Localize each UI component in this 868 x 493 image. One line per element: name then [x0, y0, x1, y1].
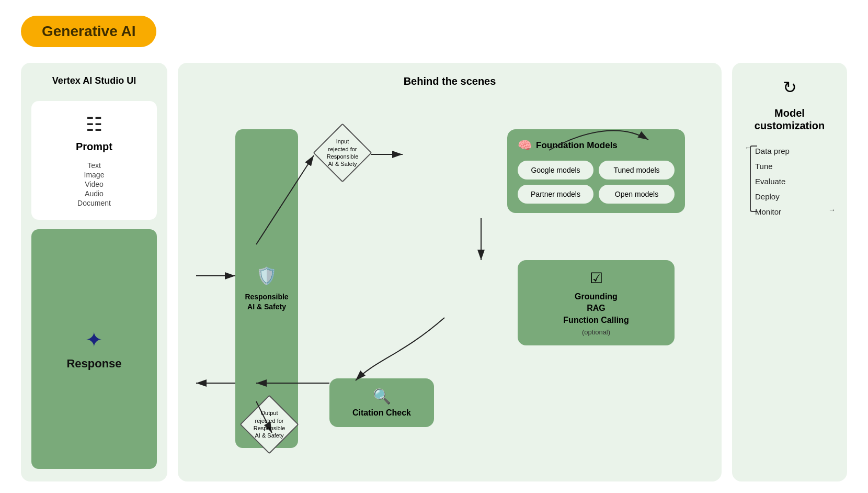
vertex-panel: Vertex AI Studio UI ☷ Prompt Text Image … [21, 63, 167, 481]
brain-icon: 🧠 [518, 139, 532, 152]
title-text: Generative AI [42, 23, 135, 39]
step-monitor: Monitor [755, 207, 835, 216]
citation-box: 🔍 Citation Check [329, 378, 434, 427]
response-star-icon: ✦ [85, 328, 103, 352]
grounding-box: ☑ GroundingRAGFunction Calling (optional… [518, 260, 675, 345]
responsible-ai-label: ResponsibleAI & Safety [245, 292, 288, 311]
foundation-title-text: Foundation Models [536, 140, 618, 151]
customization-steps-wrapper: ← Data prep Tune Evaluate Deploy Monitor… [745, 141, 835, 216]
behind-panel-title: Behind the scenes [193, 75, 706, 87]
foundation-box: 🧠 Foundation Models Google models Tuned … [507, 129, 685, 213]
prompt-item-document: Document [77, 199, 111, 207]
vertex-panel-title: Vertex AI Studio UI [31, 75, 157, 86]
title-badge: Generative AI [21, 16, 156, 47]
model-chip-open: Open models [599, 185, 675, 204]
grounding-title: GroundingRAGFunction Calling [528, 291, 664, 326]
customization-panel: ↻ Model customization ← Data prep Tune E… [732, 63, 847, 481]
input-diamond-container: Inputrejected forResponsibleAI & Safety [314, 124, 371, 182]
prompt-icon: ☷ [86, 114, 102, 136]
grounding-icon: ☑ [528, 270, 664, 287]
customization-title: Model customization [745, 107, 835, 132]
step-evaluate: Evaluate [755, 177, 835, 186]
response-label: Response [66, 357, 121, 371]
page-wrapper: Generative AI Vertex AI Studio UI ☷ Prom… [0, 0, 868, 493]
model-chip-partner: Partner models [518, 185, 593, 204]
input-diamond-label: Inputrejected forResponsibleAI & Safety [314, 124, 371, 182]
model-chip-google: Google models [518, 161, 593, 180]
citation-icon: 🔍 [340, 388, 424, 405]
prompt-item-audio: Audio [85, 189, 104, 198]
response-box: ✦ Response [31, 229, 157, 469]
prompt-item-image: Image [84, 171, 105, 179]
step-data-prep: Data prep [755, 147, 835, 155]
custom-steps-list: Data prep Tune Evaluate Deploy Monitor [745, 147, 835, 216]
prompt-box: ☷ Prompt Text Image Video Audio Document [31, 101, 157, 220]
shield-icon: 🛡️ [256, 266, 277, 286]
model-grid: Google models Tuned models Partner model… [518, 161, 675, 204]
output-diamond-label: Outputrejected forResponsibleAI & Safety [241, 396, 298, 453]
prompt-items: Text Image Video Audio Document [77, 161, 111, 207]
foundation-title: 🧠 Foundation Models [518, 139, 675, 152]
citation-label: Citation Check [340, 408, 424, 418]
customization-icon: ↻ [783, 77, 797, 97]
prompt-label: Prompt [76, 141, 112, 153]
grounding-optional: (optional) [528, 328, 664, 336]
arrow-bottom-icon: → [828, 206, 836, 214]
behind-content: 🛡️ ResponsibleAI & Safety Inputrejected … [193, 98, 706, 469]
step-tune: Tune [755, 162, 835, 171]
prompt-item-text: Text [87, 161, 101, 170]
model-chip-tuned: Tuned models [599, 161, 675, 180]
prompt-item-video: Video [85, 180, 104, 188]
output-diamond-container: Outputrejected forResponsibleAI & Safety [241, 396, 298, 453]
step-deploy: Deploy [755, 192, 835, 201]
behind-panel: Behind the scenes 🛡️ ResponsibleAI & Saf… [178, 63, 722, 481]
diagram-area: Vertex AI Studio UI ☷ Prompt Text Image … [21, 63, 847, 481]
